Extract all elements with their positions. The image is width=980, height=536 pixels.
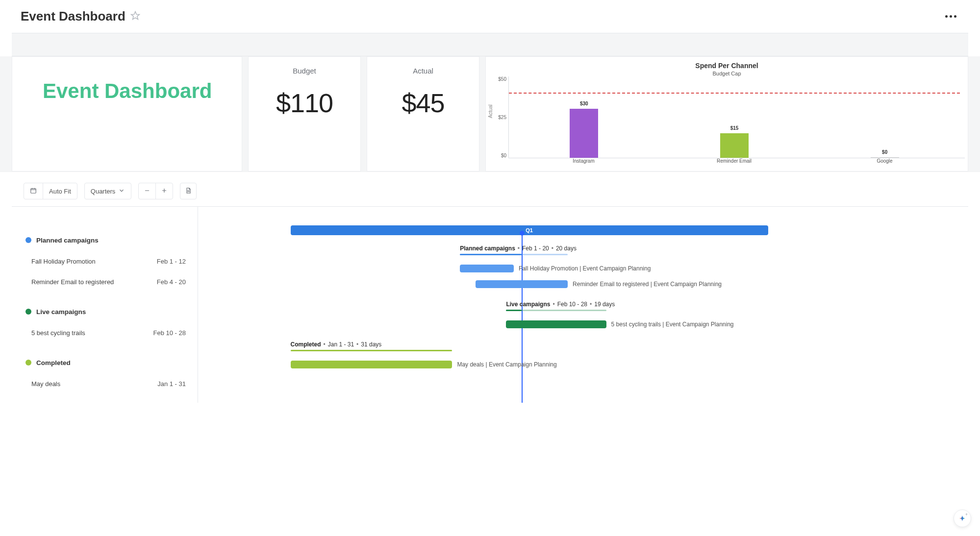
gantt-task-bar-label: Reminder Email to registered | Event Cam… [573,281,722,288]
auto-fit-button-group: Auto Fit [24,183,77,199]
chart-bar-column: $15 [659,76,810,158]
chart-x-tick: Google [809,158,960,164]
sub-header-band [12,33,968,56]
gantt-group-live[interactable]: Live campaigns [12,301,198,322]
gantt-task-row[interactable]: May dealsJan 1 - 31 [12,373,198,394]
gantt-task-date-range: Jan 1 - 31 [157,380,186,388]
gantt-group-summary: Completed•Jan 1 - 31•31 days [291,341,382,348]
svg-marker-0 [131,12,139,20]
chart-y-tick: $25 [498,115,506,120]
chart-plot-area: Actual $50$25$0 $30$15$0 InstagramRemind… [489,76,965,169]
gantt-group-summary: Planned campaigns•Feb 1 - 20•20 days [460,245,577,252]
document-icon [185,187,192,195]
gantt-task-date-range: Feb 4 - 20 [157,278,186,286]
group-color-dot [25,360,31,365]
gantt-toolbar: Auto Fit Quarters [0,172,980,206]
chart-budget-cap-label: Budget Cap [489,71,965,76]
dashboard-title-text: Event Dashboard [43,79,212,103]
budget-kpi-card: Budget $110 [248,56,361,171]
gantt-chart: Planned campaignsFall Holiday PromotionF… [12,206,968,403]
chart-bar: $0 [871,157,899,158]
gantt-group-bar-progress [460,254,522,255]
gantt-timeline[interactable]: Q1Planned campaigns•Feb 1 - 20•20 daysFa… [198,207,968,403]
chart-x-tick: Instagram [508,158,659,164]
gantt-task-bar[interactable]: May deals | Event Campaign Planning [291,361,452,368]
gantt-group-name: Completed [36,359,71,366]
gantt-task-date-range: Feb 1 - 12 [157,258,186,265]
gantt-task-row[interactable]: Reminder Email to registeredFeb 4 - 20 [12,271,198,292]
timescale-select: Quarters [84,183,132,199]
gantt-task-bar-label: Fall Holiday Promotion | Event Campaign … [519,265,651,272]
page-header: Event Dashboard [0,0,980,33]
minus-icon [144,187,151,195]
gantt-task-row[interactable]: 5 best cycling trailsFeb 10 - 28 [12,322,198,343]
gantt-group-summary: Live campaigns•Feb 10 - 28•19 days [506,301,615,308]
gantt-task-bar-label: May deals | Event Campaign Planning [457,361,556,368]
chart-bar-value-label: $0 [882,149,887,155]
chart-x-tick: Reminder Email [659,158,809,164]
page-title: Event Dashboard [21,9,126,24]
export-button[interactable] [180,183,197,199]
chart-bar: $30 [570,109,598,158]
chevron-down-icon [118,187,125,195]
gantt-group-bar-progress [506,310,521,311]
favorite-star-icon[interactable] [130,11,140,22]
gantt-task-row[interactable]: Fall Holiday PromotionFeb 1 - 12 [12,251,198,271]
chart-bar-column: $0 [809,76,960,158]
auto-fit-button[interactable]: Auto Fit [43,183,77,199]
calendar-auto-fit-icon-button[interactable] [24,183,43,199]
gantt-task-date-range: Feb 10 - 28 [153,329,186,337]
calendar-icon [30,187,37,195]
chart-y-tick: $50 [498,76,506,82]
actual-kpi-value: $45 [402,88,444,118]
gantt-task-name: Fall Holiday Promotion [31,258,96,265]
gantt-task-name: 5 best cycling trails [31,329,85,337]
more-menu-button[interactable] [945,15,956,18]
chart-bar-value-label: $30 [580,101,588,106]
gantt-task-name: Reminder Email to registered [31,278,114,286]
group-color-dot [25,309,31,315]
gantt-task-bar[interactable]: 5 best cycling trails | Event Campaign P… [506,320,606,328]
cards-row: Event Dashboard Budget $110 Actual $45 S… [0,56,980,172]
gantt-group-name: Live campaigns [36,308,86,316]
timescale-dropdown[interactable]: Quarters [85,183,131,199]
chart-bar: $15 [720,133,749,158]
svg-rect-1 [31,188,36,193]
zoom-in-button[interactable] [156,183,173,199]
gantt-task-bar[interactable]: Reminder Email to registered | Event Cam… [476,280,568,288]
zoom-controls [138,183,173,199]
chart-bar-column: $30 [509,76,659,158]
actual-kpi-label: Actual [413,67,433,75]
chart-y-axis-label: Actual [488,104,493,118]
gantt-task-name: May deals [31,380,60,388]
gantt-quarter-band: Q1 [291,225,768,235]
spend-per-channel-card: Spend Per Channel Budget Cap Actual $50$… [485,56,968,171]
budget-kpi-value: $110 [276,88,333,118]
plus-icon [161,187,168,195]
gantt-group-bar-progress [291,350,452,351]
gantt-group-planned[interactable]: Planned campaigns [12,229,198,251]
group-color-dot [25,237,31,243]
gantt-today-line [522,234,523,403]
zoom-out-button[interactable] [139,183,155,199]
gantt-group-name: Planned campaigns [36,237,99,244]
chart-title: Spend Per Channel [489,62,965,70]
title-card: Event Dashboard [12,56,242,171]
chart-bar-value-label: $15 [730,125,739,131]
budget-kpi-label: Budget [293,67,316,75]
gantt-task-list: Planned campaignsFall Holiday PromotionF… [12,207,198,403]
gantt-group-completed[interactable]: Completed [12,352,198,373]
chart-y-tick: $0 [498,153,506,158]
gantt-task-bar-label: 5 best cycling trails | Event Campaign P… [611,321,734,328]
actual-kpi-card: Actual $45 [367,56,479,171]
gantt-task-bar[interactable]: Fall Holiday Promotion | Event Campaign … [460,265,514,272]
